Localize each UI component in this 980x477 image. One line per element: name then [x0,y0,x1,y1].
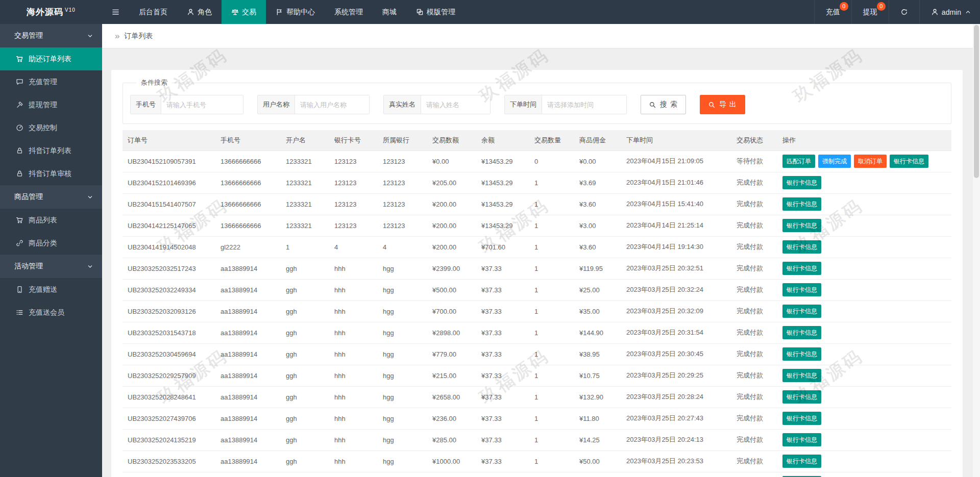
quick-link-1[interactable]: 充值0 [814,0,851,24]
cell-r3-c1: UB2304151541407507 [122,193,215,215]
cell-r3-c6: ¥200.00 [427,193,476,215]
topbar-nav-item-4[interactable]: 帮助中心 [266,0,325,24]
search-row: 手机号用户名称真实姓名下单时间 搜 索 导 出 [130,95,944,114]
action-button[interactable]: 银行卡信息 [782,369,821,382]
action-button[interactable]: 银行卡信息 [890,155,928,168]
search-button[interactable]: 搜 索 [641,95,686,114]
cell-r3-c9: ¥3.60 [574,193,621,215]
cell-r10-c10: 2023年03月25日 20:30:45 [621,343,731,365]
topbar-nav-item-1[interactable]: 后台首页 [129,0,177,24]
action-button[interactable]: 银行卡信息 [782,283,821,296]
cell-r5-c7: ¥701.60 [476,236,529,258]
search-field-group-1: 手机号 [130,95,243,114]
action-button[interactable]: 银行卡信息 [782,262,821,275]
sidebar-item-13[interactable]: 充值送会员 [0,301,102,324]
sidebar-item-10[interactable]: 商品分类 [0,232,102,255]
collapse-menu-button[interactable] [102,0,129,24]
action-button[interactable]: 银行卡信息 [782,433,821,446]
cell-r8-c1: UB2303252032093126 [122,300,215,322]
actions-cell: 银行卡信息 [777,193,951,215]
search-input-3[interactable] [421,95,490,114]
actions-cell: 银行卡信息 [777,408,951,429]
cell-r3-c11: 完成付款 [731,193,777,215]
cell-r10-c8: 1 [529,343,574,365]
sidebar-item-3[interactable]: 充值管理 [0,70,102,93]
table-row-6: UB2303252032517243aa13889914gghhhhhgg¥23… [122,258,951,279]
sidebar-group-11[interactable]: 活动管理 [0,255,102,278]
search-field-group-3: 真实姓名 [383,95,491,114]
table-row-9: UB2303252031543718aa13889914gghhhhhgg¥28… [122,322,951,343]
cell-r15-c5: hgg [378,450,427,472]
topbar-nav-item-7[interactable]: 模版管理 [406,0,465,24]
cell-r15-c1: UB2303252023533205 [122,450,215,472]
action-button[interactable]: 银行卡信息 [782,347,821,361]
export-button[interactable]: 导 出 [700,95,745,114]
main-content: » 订单列表 条件搜索 手机号用户名称真实姓名下单时间 搜 索 导 出 订单号手… [102,24,980,477]
action-button[interactable]: 银行卡信息 [782,240,821,254]
cell-r10-c1: UB2303252030459694 [122,343,215,365]
page-scrollbar-thumb[interactable] [974,25,979,178]
sidebar-item-4[interactable]: 提现管理 [0,93,102,116]
user-menu[interactable]: admin [919,0,980,24]
cell-r16-c9: ¥21.58 [574,472,621,477]
column-header-6: 交易数额 [427,130,476,150]
cell-r7-c10: 2023年03月25日 20:32:24 [621,279,731,300]
sidebar-item-5[interactable]: 交易控制 [0,116,102,139]
cell-r8-c8: 1 [529,300,574,322]
action-button[interactable]: 取消订单 [854,155,887,168]
action-button[interactable]: 银行卡信息 [782,219,821,232]
sidebar-item-2[interactable]: 助还订单列表 [0,47,102,70]
cell-r8-c9: ¥35.00 [574,300,621,322]
action-button[interactable]: 银行卡信息 [782,326,821,339]
sidebar: 交易管理助还订单列表充值管理提现管理交易控制抖音订单列表抖音订单审核商品管理商品… [0,24,102,477]
sidebar-item-12[interactable]: 充值赠送 [0,278,102,301]
cell-r3-c8: 1 [529,193,574,215]
action-button[interactable]: 银行卡信息 [782,390,821,404]
cell-r10-c2: aa13889914 [215,343,281,365]
orders-header-row: 订单号手机号开户名银行卡号所属银行交易数额余额交易数量商品佣金下单时间交易状态操… [122,130,951,150]
action-button[interactable]: 银行卡信息 [782,176,821,189]
search-input-4[interactable] [542,95,626,114]
action-button[interactable]: 银行卡信息 [782,305,821,318]
topbar-nav-label: 后台首页 [139,8,167,17]
sidebar-item-9[interactable]: 商品列表 [0,209,102,232]
page-scrollbar[interactable] [973,24,980,477]
cell-r15-c8: 1 [529,450,574,472]
refresh-button[interactable] [889,0,919,24]
table-row-11: UB2303252029257909aa13889914gghhhhhgg¥21… [122,365,951,386]
action-button[interactable]: 匹配订单 [782,155,815,168]
topbar-nav-item-6[interactable]: 商城 [373,0,406,24]
search-input-2[interactable] [295,95,369,114]
cell-r2-c6: ¥205.00 [427,172,476,193]
cell-r11-c10: 2023年03月25日 20:29:25 [621,365,731,386]
action-button[interactable]: 银行卡信息 [782,197,821,211]
sidebar-item-label: 助还订单列表 [29,55,71,64]
cell-r11-c8: 1 [529,365,574,386]
cell-r6-c10: 2023年03月25日 20:32:51 [621,258,731,279]
breadcrumb-arrows-icon: » [115,31,119,41]
cell-r8-c6: ¥700.00 [427,300,476,322]
cell-r16-c2: aa13889917 [215,472,281,477]
cell-r1-c3: 1233321 [281,150,329,172]
app-logo: 海外源码 V10 [0,0,102,24]
sidebar-item-7[interactable]: 抖音订单审核 [0,162,102,185]
app-logo-version: V10 [65,7,76,13]
cell-r16-c6: ¥1079.00 [427,472,476,477]
topbar-nav-item-5[interactable]: 系统管理 [325,0,373,24]
sidebar-item-6[interactable]: 抖音订单列表 [0,139,102,162]
menu-icon [112,8,119,16]
column-header-12: 操作 [777,130,951,150]
sidebar-group-1[interactable]: 交易管理 [0,24,102,47]
action-button[interactable]: 强制完成 [818,155,851,168]
sidebar-group-8[interactable]: 商品管理 [0,185,102,209]
topbar-nav-item-3[interactable]: 交易 [222,0,266,24]
person-icon [187,8,194,16]
quick-link-2[interactable]: 提现0 [851,0,889,24]
topbar-nav-item-2[interactable]: 角色 [177,0,222,24]
cell-r15-c10: 2023年03月25日 20:23:53 [621,450,731,472]
search-input-1[interactable] [161,95,243,114]
action-button[interactable]: 银行卡信息 [782,412,821,425]
action-button[interactable]: 银行卡信息 [782,455,821,468]
actions-cell: 银行卡信息 [777,450,951,472]
table-row-1: UB23041521090573911366666666612333211231… [122,150,951,172]
